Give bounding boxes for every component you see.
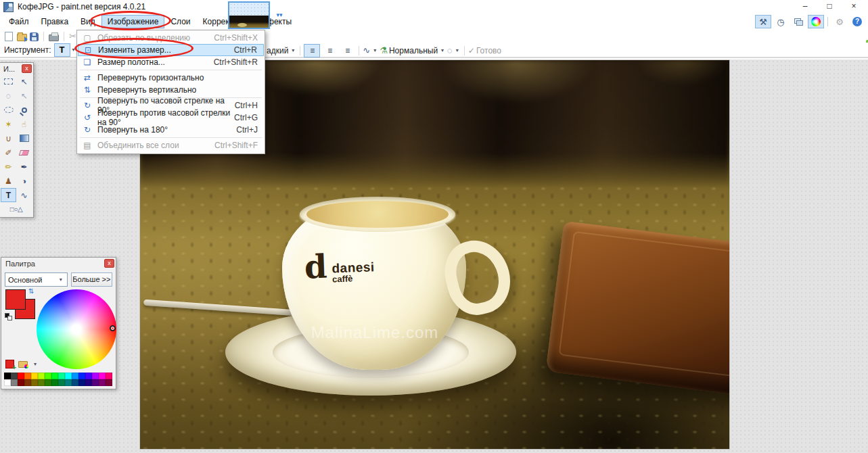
smoothing-dropdown-fragment[interactable]: адкий xyxy=(267,46,288,55)
palette-swatch[interactable] xyxy=(85,373,92,379)
tools-window[interactable]: И... x ↖ ◌ ↖ ✶ ☝ ∪ ✐ ✏ ✒ ♟ ◑ T ∿ □○△ xyxy=(0,62,34,218)
palette-menu-arrow-icon[interactable]: ▾ xyxy=(34,361,37,367)
colors-window-toggle[interactable] xyxy=(808,15,824,28)
help-button[interactable]: ? xyxy=(849,15,865,28)
palette-swatch[interactable] xyxy=(38,373,45,379)
add-color-icon[interactable] xyxy=(5,360,14,368)
palette-swatch[interactable] xyxy=(4,373,11,379)
palette-swatch[interactable] xyxy=(4,379,11,386)
minimize-button[interactable]: – xyxy=(794,0,817,14)
palette-swatch[interactable] xyxy=(99,373,106,379)
tools-window-titlebar[interactable]: И... x xyxy=(0,63,33,74)
palette-window-close-icon[interactable]: x xyxy=(104,259,114,268)
palette-swatch[interactable] xyxy=(18,373,24,379)
palette-swatch[interactable] xyxy=(99,379,106,386)
antialias-curve-icon[interactable]: ∿ xyxy=(363,45,370,55)
selection-dropdown-arrow-icon[interactable]: ▾ xyxy=(456,47,459,53)
maximize-button[interactable]: □ xyxy=(818,0,841,14)
palette-swatch[interactable] xyxy=(31,379,38,386)
palette-swatch[interactable] xyxy=(18,379,24,386)
move-selected-pixels-tool[interactable]: ↖ xyxy=(16,74,32,89)
pan-tool[interactable]: ☝ xyxy=(16,117,32,131)
save-icon[interactable] xyxy=(30,32,39,41)
clone-stamp-tool[interactable]: ♟ xyxy=(1,174,16,188)
palette-swatch[interactable] xyxy=(106,379,112,386)
more-button[interactable]: Больше >> xyxy=(71,272,112,287)
color-wheel[interactable] xyxy=(37,289,116,369)
palette-swatch[interactable] xyxy=(78,379,85,386)
palette-swatch[interactable] xyxy=(106,373,112,379)
palette-swatch[interactable] xyxy=(45,379,51,386)
menu-item-flip-horizontal[interactable]: ⇄ Перевернуть горизонтально xyxy=(77,72,265,84)
ellipse-select-tool[interactable] xyxy=(1,103,16,117)
selection-mode-icon[interactable]: ◌ xyxy=(447,45,453,55)
antialias-dropdown-arrow-icon[interactable]: ▾ xyxy=(373,47,376,53)
current-tool-button[interactable]: T xyxy=(54,43,70,57)
palette-swatch[interactable] xyxy=(65,379,72,386)
palette-window-titlebar[interactable]: Палитра x xyxy=(1,258,116,269)
smoothing-dropdown-arrow-icon[interactable]: ▾ xyxy=(292,47,294,53)
palette-swatch[interactable] xyxy=(92,373,99,379)
blend-dropdown-arrow-icon[interactable]: ▾ xyxy=(441,47,444,53)
zoom-tool[interactable] xyxy=(16,103,32,117)
eraser-tool[interactable] xyxy=(16,145,32,160)
palette-folder-icon[interactable] xyxy=(18,361,28,368)
gradient-tool[interactable] xyxy=(16,131,32,145)
blend-mode-value[interactable]: Нормальный xyxy=(389,46,438,55)
image-tab[interactable] xyxy=(228,1,270,29)
palette-swatch[interactable] xyxy=(78,373,85,379)
palette-swatch[interactable] xyxy=(92,379,99,386)
palette-swatch[interactable] xyxy=(11,379,18,386)
tools-window-toggle[interactable]: ⚒ xyxy=(755,15,771,28)
pencil-tool[interactable]: ✏ xyxy=(1,160,16,174)
paintbrush-tool[interactable]: ✐ xyxy=(1,145,16,160)
move-selection-tool[interactable]: ↖ xyxy=(16,89,32,103)
shapes-tool[interactable]: □○△ xyxy=(1,202,32,216)
rectangle-select-tool[interactable] xyxy=(1,74,16,89)
palette-window[interactable]: Палитра x Основной ▾ Больше >> ⇅ ▾ xyxy=(1,257,116,389)
print-icon[interactable] xyxy=(49,34,59,41)
palette-swatch[interactable] xyxy=(51,373,58,379)
settings-button[interactable]: ⚙ xyxy=(831,15,848,28)
new-file-icon[interactable] xyxy=(5,32,13,41)
menu-item-rotate-ccw-90[interactable]: ↺ Повернуть против часовой стрелки на 90… xyxy=(77,112,265,124)
color-wheel-marker[interactable] xyxy=(110,325,116,331)
swap-colors-icon[interactable]: ⇅ xyxy=(28,287,34,295)
close-button[interactable]: × xyxy=(842,0,865,14)
primary-color-swatch[interactable] xyxy=(5,289,26,310)
palette-swatch[interactable] xyxy=(38,379,45,386)
palette-swatch[interactable] xyxy=(24,379,31,386)
color-mode-select[interactable]: Основной ▾ xyxy=(5,272,68,287)
palette-swatch[interactable] xyxy=(85,379,92,386)
reset-colors-icon[interactable] xyxy=(5,313,13,321)
image-list-chevron-icon[interactable]: ▾▾ xyxy=(275,13,284,17)
palette-swatch[interactable] xyxy=(31,373,38,379)
align-left-button[interactable]: ≡ xyxy=(304,44,320,57)
palette-swatch[interactable] xyxy=(51,379,58,386)
palette-swatch[interactable] xyxy=(24,373,31,379)
recolor-tool[interactable]: ◑ xyxy=(16,174,32,188)
magic-wand-tool[interactable]: ✶ xyxy=(1,117,16,131)
menu-edit[interactable]: Правка xyxy=(35,15,75,28)
color-picker-tool[interactable]: ✒ xyxy=(16,160,32,174)
layers-window-toggle[interactable] xyxy=(790,15,806,28)
menu-item-flip-vertical[interactable]: ⇅ Перевернуть вертикально xyxy=(77,84,265,96)
palette-swatch[interactable] xyxy=(65,373,72,379)
palette-swatch[interactable] xyxy=(11,373,18,379)
line-curve-tool[interactable]: ∿ xyxy=(16,188,32,202)
text-tool[interactable]: T xyxy=(1,188,16,202)
lasso-select-tool[interactable]: ◌ xyxy=(1,89,16,103)
tools-window-close-icon[interactable]: x xyxy=(22,64,32,73)
paint-bucket-tool[interactable]: ∪ xyxy=(1,131,16,145)
palette-swatch[interactable] xyxy=(58,379,65,386)
menu-item-canvas-size[interactable]: ❏ Размер полотна... Ctrl+Shift+R xyxy=(77,56,265,68)
align-center-button[interactable]: ≡ xyxy=(321,44,338,57)
palette-swatch[interactable] xyxy=(58,373,65,379)
palette-swatch[interactable] xyxy=(45,373,51,379)
palette-swatch[interactable] xyxy=(72,379,78,386)
menu-file[interactable]: Файл xyxy=(3,15,35,28)
history-window-toggle[interactable]: ◷ xyxy=(773,15,789,28)
align-right-button[interactable]: ≡ xyxy=(339,44,355,57)
open-file-icon[interactable] xyxy=(17,34,27,41)
menu-item-rotate-180[interactable]: ↻ Повернуть на 180° Ctrl+J xyxy=(77,124,265,136)
